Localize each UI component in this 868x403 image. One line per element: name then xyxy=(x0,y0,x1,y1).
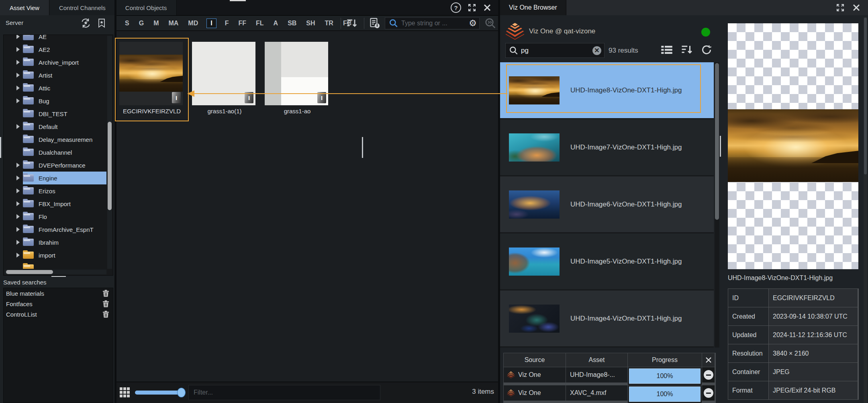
splitter-handle-middle[interactable] xyxy=(362,137,363,158)
tab-asset-view[interactable]: Asset View xyxy=(0,0,49,15)
tree-item-flo[interactable]: Flo xyxy=(4,210,106,223)
tree-item-partial[interactable] xyxy=(4,262,106,269)
remove-transfer-icon[interactable] xyxy=(704,388,713,398)
tab-viz-one-browser[interactable]: Viz One Browser xyxy=(500,0,566,15)
type-filter-sh[interactable]: SH xyxy=(305,19,316,28)
expand-arrow-icon[interactable] xyxy=(16,163,20,168)
help-icon[interactable]: ? xyxy=(451,2,461,13)
type-filter-g[interactable]: G xyxy=(138,19,145,28)
vizone-asset-row-uhd-image8-vizone-dxt1-high-jpg[interactable]: UHD-Image8-VizOne-DXT1-High.jpg xyxy=(500,62,714,119)
type-filter-f[interactable]: F xyxy=(224,19,230,28)
tree-item-dualchannel[interactable]: Dualchannel xyxy=(4,146,106,159)
close-icon[interactable] xyxy=(852,3,861,12)
asset-grid-item-egcirivkfeirzvld[interactable]: IEGCIRIVKFEIRZVLD xyxy=(116,39,188,121)
expand-arrow-icon[interactable] xyxy=(16,176,20,180)
tree-item-body[interactable]: DVEPerformance xyxy=(23,159,106,172)
tree-item-artist[interactable]: Artist xyxy=(4,69,106,82)
expand-arrow-icon[interactable] xyxy=(16,227,20,232)
tree-item-body[interactable]: Dualchannel xyxy=(23,146,106,159)
asset-list-scrollbar[interactable] xyxy=(715,62,719,348)
tree-item-bug[interactable]: Bug xyxy=(4,94,106,107)
splitter-handle-top[interactable] xyxy=(230,0,246,1)
preview-scrollbar[interactable] xyxy=(864,17,867,403)
remove-transfer-icon[interactable] xyxy=(704,370,713,380)
sort-icon[interactable] xyxy=(346,18,357,28)
saved-search-fontfaces[interactable]: Fontfaces xyxy=(4,299,113,309)
expand-arrow-icon[interactable] xyxy=(16,86,20,90)
tree-item-body[interactable]: AE2 xyxy=(23,43,106,56)
saved-search-blue-materials[interactable]: Blue materials xyxy=(4,288,113,299)
tree-item-body[interactable]: Archive_import xyxy=(23,56,106,69)
asset-thumbnail[interactable]: I xyxy=(119,42,183,105)
type-filter-md[interactable]: MD xyxy=(187,19,199,28)
asset-search-input[interactable] xyxy=(400,19,466,27)
tree-vertical-scrollbar[interactable] xyxy=(107,36,112,269)
saved-search-controllist[interactable]: ControLList xyxy=(4,309,113,319)
grid-view-icon[interactable] xyxy=(120,387,130,397)
tab-control-channels[interactable]: Control Channels xyxy=(49,0,116,15)
clear-search-icon[interactable]: ✕ xyxy=(592,46,601,55)
vizone-search-input[interactable] xyxy=(519,46,592,55)
list-view-icon[interactable] xyxy=(661,45,673,55)
expand-arrow-icon[interactable] xyxy=(16,73,20,78)
tree-item-body[interactable]: Attic xyxy=(23,82,106,94)
tree-item-default[interactable]: Default xyxy=(4,120,106,133)
tree-item-delay-measuremen[interactable]: Delay_measuremen xyxy=(4,133,106,146)
delete-saved-search-icon[interactable] xyxy=(103,300,109,307)
tree-item-body[interactable]: Flo xyxy=(23,210,106,223)
expand-arrow-icon[interactable] xyxy=(16,98,20,103)
tree-item-dbi-test[interactable]: DBI_TEST xyxy=(4,107,106,120)
tree-item-body[interactable]: import xyxy=(23,249,106,262)
asset-grid-item-grass1-ao-1[interactable]: Igrass1-ao(1) xyxy=(188,39,261,121)
tree-item-body[interactable] xyxy=(23,262,106,269)
thumbnail-size-slider[interactable] xyxy=(135,391,184,395)
tree-item-ibrahim[interactable]: Ibrahim xyxy=(4,236,106,249)
maximize-icon[interactable] xyxy=(468,3,476,12)
save-search-bookmark-icon[interactable] xyxy=(97,18,106,29)
asset-thumbnail[interactable]: I xyxy=(265,42,328,105)
tree-item-body[interactable]: DBI_TEST xyxy=(23,107,106,120)
tree-item-body[interactable]: AE xyxy=(23,35,106,43)
expand-arrow-icon[interactable] xyxy=(16,201,20,206)
tree-item-body[interactable]: Bug xyxy=(23,94,106,107)
grid-filter-input[interactable] xyxy=(188,385,380,400)
tree-item-erizos[interactable]: Erizos xyxy=(4,184,106,197)
expand-arrow-icon[interactable] xyxy=(16,47,20,52)
restore-search-icon[interactable] xyxy=(80,18,91,29)
sort-order-icon[interactable] xyxy=(681,45,693,55)
type-filter-m[interactable]: M xyxy=(152,19,160,28)
tree-item-body[interactable]: Ibrahim xyxy=(23,236,106,249)
expand-arrow-icon[interactable] xyxy=(16,240,20,245)
asset-info-icon[interactable] xyxy=(370,18,380,29)
expand-arrow-icon[interactable] xyxy=(16,35,20,39)
tree-item-attic[interactable]: Attic xyxy=(4,82,106,94)
delete-saved-search-icon[interactable] xyxy=(103,290,109,297)
tree-item-body[interactable]: FromArchive_EspnT xyxy=(23,223,106,236)
type-filter-a[interactable]: A xyxy=(272,19,280,28)
slider-knob[interactable] xyxy=(177,388,186,397)
asset-thumbnail[interactable]: I xyxy=(192,42,255,105)
expand-arrow-icon[interactable] xyxy=(16,214,20,219)
type-filter-i[interactable]: I xyxy=(206,18,216,28)
expand-arrow-icon[interactable] xyxy=(16,253,20,258)
tab-control-objects[interactable]: Control Objects xyxy=(116,0,177,15)
tree-item-fbx-import[interactable]: FBX_Import xyxy=(4,197,106,210)
vizone-asset-row-uhd-image5-vizone-dxt1-high-jpg[interactable]: UHD-Image5-VizOne-DXT1-High.jpg xyxy=(500,233,714,290)
tree-item-dveperformance[interactable]: DVEPerformance xyxy=(4,159,106,172)
type-filter-sb[interactable]: SB xyxy=(286,19,298,28)
type-filter-ff[interactable]: FF xyxy=(237,19,247,28)
tree-item-body[interactable]: Artist xyxy=(23,69,106,82)
expand-arrow-icon[interactable] xyxy=(16,60,20,65)
tree-item-body[interactable]: Erizos xyxy=(23,184,106,197)
tree-item-ae2[interactable]: AE2 xyxy=(4,43,106,56)
vizone-asset-row-uhd-image6-vizone-dxt1-high-jpg[interactable]: UHD-Image6-VizOne-DXT1-High.jpg xyxy=(500,176,714,233)
tree-item-archive-import[interactable]: Archive_import xyxy=(4,56,106,69)
tree-item-fromarchive-espnt[interactable]: FromArchive_EspnT xyxy=(4,223,106,236)
maximize-icon[interactable] xyxy=(836,3,845,12)
tree-item-ae[interactable]: AE xyxy=(4,35,106,43)
type-filter-s[interactable]: S xyxy=(124,19,131,28)
search-settings-gear-icon[interactable]: ⚙ xyxy=(469,19,477,28)
tree-item-body[interactable]: Default xyxy=(23,120,106,133)
expand-arrow-icon[interactable] xyxy=(16,188,20,193)
tree-item-body[interactable]: Delay_measuremen xyxy=(23,133,106,146)
